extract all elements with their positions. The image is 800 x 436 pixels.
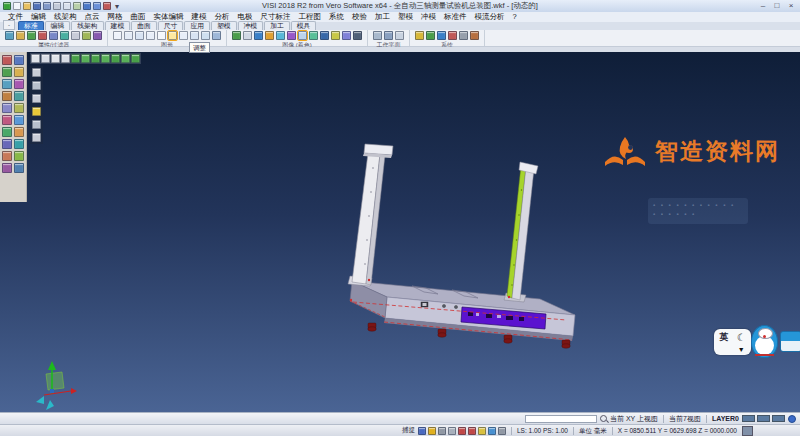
graphics-tool-8[interactable] bbox=[201, 31, 210, 40]
quick-access-undo[interactable] bbox=[83, 2, 91, 10]
quick-access-redo[interactable] bbox=[93, 2, 101, 10]
ribbon-tab-7[interactable]: 塑模 bbox=[211, 21, 237, 30]
layer-tool-2[interactable] bbox=[32, 94, 41, 103]
system-tool-3[interactable] bbox=[448, 31, 457, 40]
view-tool-5[interactable] bbox=[81, 54, 90, 63]
image-tool-11[interactable] bbox=[353, 31, 362, 40]
attr-tool-3[interactable] bbox=[38, 31, 47, 40]
menu-17[interactable]: 标准件 bbox=[440, 12, 471, 22]
current-view-button[interactable]: 当前7视图 bbox=[669, 413, 701, 424]
system-tool-1[interactable] bbox=[426, 31, 435, 40]
viewport-3d[interactable]: 智造资料网 ▪ ▪ ▪ ▪ ▪ ▪ ▪ ▪ ▪ ▪ ▪▪ ▪ ▪ ▪ ▪ ▪ 英… bbox=[0, 52, 800, 412]
image-tool-5[interactable] bbox=[287, 31, 296, 40]
graphics-tool-3[interactable] bbox=[146, 31, 155, 40]
image-tool-2[interactable] bbox=[254, 31, 263, 40]
current-layer-button[interactable]: LAYER0 bbox=[712, 413, 739, 424]
quick-access-capture[interactable] bbox=[73, 2, 81, 10]
view-tool-10[interactable] bbox=[131, 54, 140, 63]
graphics-tool-9[interactable] bbox=[212, 31, 221, 40]
view-tool-2[interactable] bbox=[51, 54, 60, 63]
image-tool-8[interactable] bbox=[320, 31, 329, 40]
snap-tool-2[interactable] bbox=[438, 427, 446, 435]
dock-tool-14[interactable] bbox=[2, 139, 12, 149]
view-tool-6[interactable] bbox=[91, 54, 100, 63]
image-tool-10[interactable] bbox=[342, 31, 351, 40]
cad-model[interactable] bbox=[348, 144, 575, 348]
dock-tool-9[interactable] bbox=[14, 103, 24, 113]
quick-access-more[interactable]: ▾ bbox=[113, 2, 121, 10]
quick-access-visi-logo[interactable] bbox=[3, 2, 11, 10]
attr-tool-8[interactable] bbox=[93, 31, 102, 40]
layer-tool-5[interactable] bbox=[32, 133, 41, 142]
dock-tool-7[interactable] bbox=[14, 91, 24, 101]
attr-tool-0[interactable] bbox=[5, 31, 14, 40]
ribbon-tab-10[interactable]: 模具 bbox=[291, 21, 317, 30]
system-tool-5[interactable] bbox=[470, 31, 479, 40]
dock-tool-18[interactable] bbox=[2, 163, 12, 173]
dock-tool-2[interactable] bbox=[2, 67, 12, 77]
quick-access-copy[interactable] bbox=[63, 2, 71, 10]
dock-tool-13[interactable] bbox=[14, 127, 24, 137]
dock-tool-5[interactable] bbox=[14, 79, 24, 89]
view-tool-3[interactable] bbox=[61, 54, 70, 63]
snap-tool-3[interactable] bbox=[448, 427, 456, 435]
layer-tool-3[interactable] bbox=[32, 107, 41, 116]
ribbon-tab-3[interactable]: 建模 bbox=[105, 21, 131, 30]
workplane-tool-2[interactable] bbox=[395, 31, 404, 40]
view-tool-1[interactable] bbox=[41, 54, 50, 63]
window-control-2[interactable]: × bbox=[784, 0, 798, 12]
menu-13[interactable]: 校验 bbox=[348, 12, 371, 22]
menu-18[interactable]: 模流分析 bbox=[471, 12, 509, 22]
layer-tool-1[interactable] bbox=[32, 81, 41, 90]
dock-tool-1[interactable] bbox=[14, 55, 24, 65]
workplane-tool-1[interactable] bbox=[384, 31, 393, 40]
attr-tool-6[interactable] bbox=[71, 31, 80, 40]
graphics-tool-2[interactable] bbox=[135, 31, 144, 40]
menu-15[interactable]: 塑模 bbox=[394, 12, 417, 22]
dock-tool-19[interactable] bbox=[14, 163, 24, 173]
image-tool-7[interactable] bbox=[309, 31, 318, 40]
image-tool-0[interactable] bbox=[232, 31, 241, 40]
dock-tool-16[interactable] bbox=[2, 151, 12, 161]
system-tool-4[interactable] bbox=[459, 31, 468, 40]
graphics-tool-4[interactable] bbox=[157, 31, 166, 40]
snap-tool-6[interactable] bbox=[478, 427, 486, 435]
ribbon-tab-2[interactable]: 线架构 bbox=[71, 21, 103, 30]
ribbon-tab-9[interactable]: 加工 bbox=[264, 21, 290, 30]
workplane-tool-0[interactable] bbox=[373, 31, 382, 40]
view-tool-9[interactable] bbox=[121, 54, 130, 63]
dock-tool-6[interactable] bbox=[2, 91, 12, 101]
window-control-0[interactable]: – bbox=[756, 0, 770, 12]
attr-tool-4[interactable] bbox=[49, 31, 58, 40]
quick-search-input[interactable] bbox=[525, 415, 597, 423]
quick-access-save-as[interactable] bbox=[43, 2, 51, 10]
layer-tool-0[interactable] bbox=[32, 68, 41, 77]
graphics-tool-5[interactable] bbox=[168, 31, 177, 40]
attr-tool-7[interactable] bbox=[82, 31, 91, 40]
image-tool-9[interactable] bbox=[331, 31, 340, 40]
dock-tool-15[interactable] bbox=[14, 139, 24, 149]
ribbon-tab-4[interactable]: 曲面 bbox=[131, 21, 157, 30]
image-tool-3[interactable] bbox=[265, 31, 274, 40]
graphics-tool-6[interactable] bbox=[179, 31, 188, 40]
view-tool-4[interactable] bbox=[71, 54, 80, 63]
current-workplane-button[interactable]: 当前 XY 上视图 bbox=[610, 413, 658, 424]
toolbar-collapse-button[interactable]: - bbox=[3, 20, 15, 30]
dock-tool-8[interactable] bbox=[2, 103, 12, 113]
image-tool-4[interactable] bbox=[276, 31, 285, 40]
graphics-tool-0[interactable] bbox=[113, 31, 122, 40]
dock-tool-4[interactable] bbox=[2, 79, 12, 89]
snap-tool-7[interactable] bbox=[488, 427, 496, 435]
system-tool-0[interactable] bbox=[415, 31, 424, 40]
view-tool-7[interactable] bbox=[101, 54, 110, 63]
image-tool-1[interactable] bbox=[243, 31, 252, 40]
ribbon-tab-6[interactable]: 应用 bbox=[184, 21, 210, 30]
snap-tool-1[interactable] bbox=[428, 427, 436, 435]
layer-swatch-2[interactable] bbox=[772, 415, 785, 422]
system-tool-2[interactable] bbox=[437, 31, 446, 40]
graphics-tool-7[interactable] bbox=[190, 31, 199, 40]
quick-access-open-folder[interactable] bbox=[23, 2, 31, 10]
dock-tool-11[interactable] bbox=[14, 115, 24, 125]
menu-16[interactable]: 冲模 bbox=[417, 12, 440, 22]
window-control-1[interactable]: □ bbox=[770, 0, 784, 12]
